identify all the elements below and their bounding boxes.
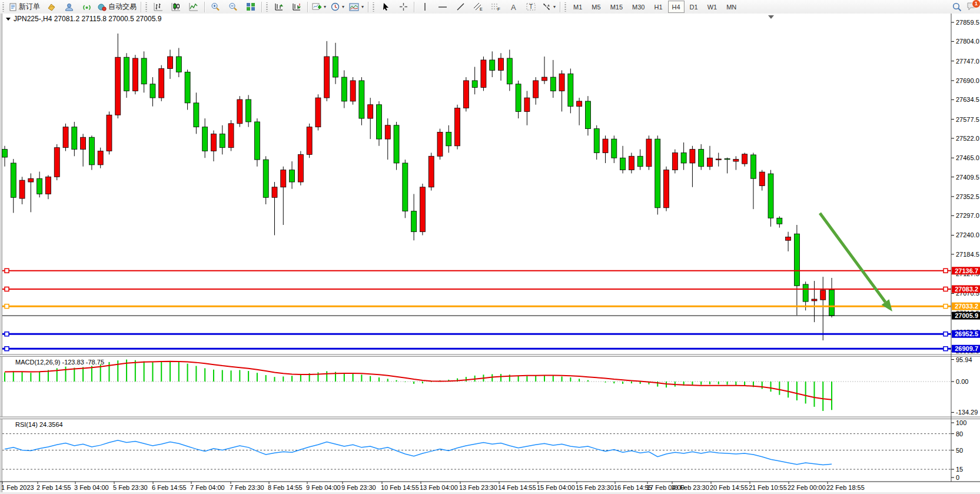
timeframe-button-m30[interactable]: M30 (628, 1, 649, 13)
new-chart-button[interactable]: ▾ (310, 0, 328, 14)
toolbar-separator (307, 2, 308, 12)
indicator-window-up-button[interactable] (270, 0, 288, 14)
search-icon[interactable] (952, 2, 962, 12)
candle-body (629, 156, 634, 170)
text-label-button[interactable]: T (522, 0, 540, 14)
line-handle[interactable] (944, 347, 948, 351)
toolbar-grip[interactable] (145, 2, 148, 12)
line-handle[interactable] (5, 347, 9, 351)
rsi-axis-label: 15 (956, 466, 963, 473)
bar-chart-icon (154, 2, 163, 11)
timeframe-button-m5[interactable]: M5 (587, 1, 604, 13)
candle-body (350, 81, 356, 101)
line-handle[interactable] (944, 268, 948, 273)
date-axis-label: 10 Feb 14:55 (381, 484, 419, 491)
equidistant-channel-button[interactable]: E (469, 0, 487, 14)
line-chart-icon (189, 2, 198, 11)
candle-body (768, 174, 773, 218)
trendline-button[interactable] (451, 0, 469, 14)
zoom-out-button[interactable] (224, 0, 242, 14)
candle-body (725, 158, 730, 160)
line-handle[interactable] (5, 268, 9, 273)
templates-button[interactable]: ▾ (347, 0, 366, 14)
candle-body (403, 163, 408, 211)
toolbar-separator (368, 2, 368, 12)
chart-window: 27859.527804.027747.027690.027634.527577… (0, 14, 980, 494)
toolbar-grip[interactable] (564, 2, 567, 12)
auto-trading-label: 自动交易 (108, 2, 137, 12)
toolbar-grip[interactable] (372, 2, 375, 12)
toolbar-grip[interactable] (265, 2, 268, 12)
date-axis-label: 13 Feb 04:00 (420, 484, 458, 491)
candle-body (612, 139, 617, 158)
line-chart-button[interactable] (185, 0, 202, 14)
price-axis-tick-label: 27184.5 (956, 251, 979, 258)
timeframe-button-d1[interactable]: D1 (686, 1, 702, 13)
date-axis-label: 5 Feb 23:30 (113, 484, 148, 491)
timeframe-button-h4[interactable]: H4 (668, 1, 685, 13)
timeframe-button-w1[interactable]: W1 (703, 1, 722, 13)
bar-chart-button[interactable] (150, 0, 167, 14)
candle-body (220, 134, 225, 147)
cursor-button[interactable] (377, 0, 394, 14)
horizontal-line-button[interactable] (434, 0, 451, 14)
indicator-window-down-button[interactable] (288, 0, 305, 14)
timeframe-button-m1[interactable]: M1 (569, 1, 586, 13)
notifications-button[interactable]: 1 (966, 2, 976, 12)
vertical-line-icon (421, 2, 428, 11)
date-axis-label: 3 Feb 04:00 (74, 484, 109, 491)
text-button[interactable]: A (504, 0, 522, 14)
line-handle[interactable] (944, 304, 948, 309)
line-handle[interactable] (5, 304, 9, 309)
timeframe-button-m15[interactable]: M15 (606, 1, 627, 13)
candle-body (524, 98, 530, 111)
market-button[interactable] (42, 0, 60, 14)
timeframe-button-h1[interactable]: H1 (650, 1, 666, 13)
candle-body (820, 290, 826, 300)
candle-body (777, 218, 782, 224)
candle-body (132, 58, 138, 91)
candle-body (81, 137, 86, 149)
candle-body (577, 101, 582, 107)
vertical-line-button[interactable] (416, 0, 434, 14)
price-axis-tick-label: 27522.0 (956, 135, 979, 142)
candlestick-chart-button[interactable] (167, 0, 185, 14)
line-handle[interactable] (944, 332, 948, 336)
new-order-icon (9, 3, 17, 11)
crosshair-icon (399, 2, 408, 11)
chart-canvas[interactable]: 27859.527804.027747.027690.027634.527577… (0, 14, 980, 494)
notification-badge: 1 (972, 0, 980, 8)
line-handle[interactable] (944, 287, 948, 291)
arrows-button[interactable]: ▾ (540, 0, 558, 14)
candle-body (533, 81, 539, 98)
candle-body (211, 134, 216, 151)
zoom-out-icon (228, 2, 238, 11)
price-line-axis-value: 27083.2 (955, 286, 978, 293)
signals-button[interactable] (78, 0, 95, 14)
window-left-edge (0, 14, 2, 494)
candlestick-chart-icon (171, 2, 181, 11)
rsi-axis-label: 50 (956, 447, 963, 454)
rsi-axis-label: 0 (956, 474, 959, 481)
period-clock-button[interactable]: ▾ (328, 0, 347, 14)
fibonacci-button[interactable]: F (487, 0, 504, 14)
candle-body (437, 132, 443, 156)
line-handle[interactable] (5, 287, 9, 291)
price-line-axis-value: 27005.9 (955, 312, 978, 319)
candle-body (716, 159, 721, 160)
tile-windows-icon (246, 2, 255, 11)
tile-windows-button[interactable] (242, 0, 260, 14)
auto-trading-button[interactable]: 自动交易 (95, 0, 139, 14)
profile-button[interactable] (60, 0, 78, 14)
candle-body (690, 150, 695, 163)
toolbar-grip[interactable] (2, 2, 5, 12)
line-handle[interactable] (5, 332, 9, 336)
zoom-in-button[interactable] (207, 0, 224, 14)
auto-trading-icon (98, 3, 107, 11)
crosshair-button[interactable] (394, 0, 412, 14)
arrow-objects-icon (542, 2, 551, 11)
new-order-button[interactable]: 新订单 (6, 0, 42, 14)
price-axis-tick-label: 27577.5 (956, 116, 979, 123)
candle-body (516, 84, 521, 112)
timeframe-button-mn[interactable]: MN (722, 1, 740, 13)
